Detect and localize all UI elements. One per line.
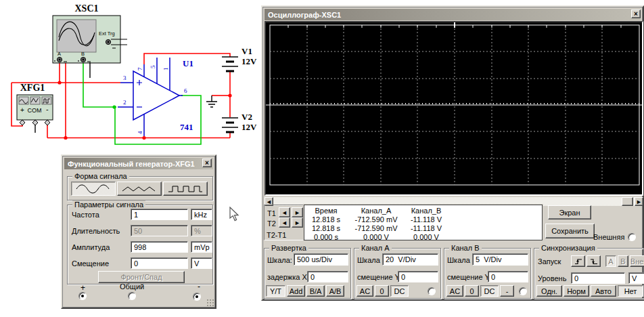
fgen-minus-terminal-radio[interactable] — [193, 293, 201, 301]
ground-symbol[interactable] — [206, 96, 217, 107]
xsc1-icon[interactable]: Ext Trg A B — [53, 16, 127, 78]
channel-b-zero-button[interactable]: 0 — [465, 285, 479, 297]
rising-edge-button[interactable] — [571, 255, 585, 267]
signal-params-group-label: Параметры сигнала — [72, 200, 145, 209]
amplitude-field[interactable]: 998 — [131, 241, 188, 253]
channel-b-offset-field[interactable]: 0 — [488, 271, 528, 282]
channel-b-scale-field[interactable]: 5 V/Div — [472, 253, 528, 266]
falling-edge-icon — [590, 257, 598, 266]
fgen-common-terminal-radio[interactable] — [128, 292, 136, 300]
duty-field: 50 — [131, 225, 188, 236]
frequency-unit-field[interactable]: kHz — [191, 209, 212, 220]
t1-right-button[interactable]: ► — [292, 207, 303, 217]
channel-b-probe-radio[interactable] — [519, 287, 527, 295]
timebase-group-label: Развертка — [269, 244, 308, 252]
duty-unit-field: % — [191, 225, 212, 236]
triangle-wave-button[interactable] — [117, 182, 162, 196]
xsc1-label: XSC1 — [74, 3, 98, 14]
trigger-auto-button[interactable]: Авто — [591, 285, 616, 297]
falling-edge-button[interactable] — [586, 255, 601, 267]
pin2-label: 2 — [123, 99, 127, 106]
trigger-normal-button[interactable]: Норм — [564, 285, 589, 297]
fgen-close-icon[interactable]: × — [202, 158, 212, 167]
channel-b-dc-button[interactable]: DC — [480, 285, 499, 297]
trigger-level-label: Уровень — [538, 274, 566, 282]
trigger-none-button[interactable]: Нет — [618, 285, 643, 297]
save-button[interactable]: Сохранить — [545, 224, 595, 238]
channel-a-dc-button[interactable]: DC — [390, 285, 409, 297]
fgen-titlebar[interactable]: Функциональный генератор-XFG1 — [64, 158, 213, 169]
channel-b-group-label: Канал B — [449, 244, 482, 252]
circuit-schematic: V1 12V V2 12V 3 2 6 7 5 1 4 U1 741 XSC1 … — [0, 0, 260, 154]
battery-v2[interactable] — [222, 118, 238, 132]
trigger-level-field[interactable]: 0 — [571, 272, 625, 284]
sync-group: Синхронизация Запуск А B Внеш Уровень 0 … — [534, 248, 644, 299]
waveform-group-label: Форма сигнала — [72, 172, 129, 180]
sine-wave-icon — [74, 184, 113, 194]
t1-channel-a-value: -712.590 mV — [346, 215, 406, 224]
xfg-plus-label: + — [20, 106, 24, 114]
t2-right-button[interactable]: ► — [292, 217, 303, 228]
xfg-com-label: COM — [28, 107, 42, 114]
trigger-source-b-button[interactable]: B — [618, 255, 628, 267]
t2-channel-b-value: -11.118 V — [402, 224, 450, 232]
mouse-cursor-icon — [229, 207, 239, 223]
xdelay-field[interactable]: 0 — [307, 271, 348, 282]
offset-unit-field[interactable]: V — [191, 257, 212, 269]
ba-mode-button[interactable]: B/A — [306, 285, 325, 297]
scope-titlebar[interactable]: Осциллограф-XSC1 — [264, 9, 641, 20]
timebase-scale-field[interactable]: 500 us/Div — [294, 253, 348, 266]
channel-b-scale-label: Шкала — [447, 256, 470, 264]
t2-left-button[interactable]: ◄ — [279, 217, 290, 228]
terminal-a-label: A — [58, 51, 61, 57]
channel-b-ac-button[interactable]: AC — [446, 285, 463, 297]
channel-a-scale-field[interactable]: 20 V/Div — [382, 253, 438, 266]
channel-a-probe-radio[interactable] — [428, 287, 436, 295]
channel-a-zero-button[interactable]: 0 — [375, 285, 389, 297]
square-wave-button[interactable] — [163, 182, 208, 196]
offset-field[interactable]: 0 — [131, 257, 188, 269]
timebase-scale-label: Шкала: — [267, 256, 292, 264]
resize-grip-icon[interactable] — [206, 299, 214, 306]
t2-channel-a-value: -712.590 mV — [346, 224, 406, 232]
channel-b-minus-button[interactable]: - — [500, 285, 514, 297]
trigger-source-ext-button[interactable]: Внеш — [630, 255, 644, 267]
yt-mode-button[interactable]: Y/T — [266, 285, 285, 297]
add-mode-button[interactable]: Add — [287, 285, 305, 297]
screen-button[interactable]: Экран — [548, 205, 591, 219]
scrollbar-thumb[interactable] — [622, 197, 633, 206]
channel-b-offset-label: смещение Y — [447, 273, 490, 281]
t1-channel-b-value: -11.118 V — [402, 215, 450, 224]
external-sync-radio[interactable] — [628, 233, 636, 241]
t2-time-value: 12.818 s — [306, 224, 346, 232]
offset-label: Смещение — [72, 259, 109, 268]
amplitude-unit-field[interactable]: mVp — [191, 241, 212, 253]
channel-a-offset-field[interactable]: 0 — [398, 271, 438, 282]
ab-mode-button[interactable]: A/B — [326, 285, 344, 297]
frequency-field[interactable]: 1 — [131, 209, 188, 220]
scope-close-icon[interactable]: × — [631, 9, 641, 18]
v1-value: 12V — [242, 56, 257, 66]
trigger-source-a-button[interactable]: А — [605, 255, 616, 267]
t1-label: T1 — [267, 209, 276, 217]
channel-b-group: Канал B Шкала 5 V/Div смещение Y 0 AC 0 … — [444, 248, 531, 299]
trigger-single-button[interactable]: Одн. — [536, 285, 562, 297]
battery-v1[interactable] — [222, 57, 238, 71]
fgen-plus-terminal-radio[interactable] — [78, 292, 87, 300]
readout-col-b: Канал_B — [402, 207, 450, 215]
rising-edge-icon — [574, 257, 582, 266]
scrollbar-right-icon[interactable]: ► — [635, 197, 643, 206]
pin3-label: 3 — [123, 75, 127, 81]
v1-name: V1 — [242, 46, 252, 56]
t1-left-button[interactable]: ◄ — [279, 207, 290, 217]
opamp-u1[interactable] — [118, 58, 183, 136]
fgen-minus-label: - — [198, 282, 200, 291]
wire-junctions — [58, 81, 231, 140]
edge-settings-button: Фронт/Спад — [98, 271, 185, 283]
trigger-level-unit-field[interactable]: V — [628, 272, 644, 284]
scope-display — [264, 21, 643, 196]
pin1-label: 1 — [162, 68, 169, 71]
sine-wave-button[interactable] — [71, 182, 116, 196]
square-wave-icon — [166, 184, 205, 194]
channel-a-ac-button[interactable]: AC — [356, 285, 373, 297]
